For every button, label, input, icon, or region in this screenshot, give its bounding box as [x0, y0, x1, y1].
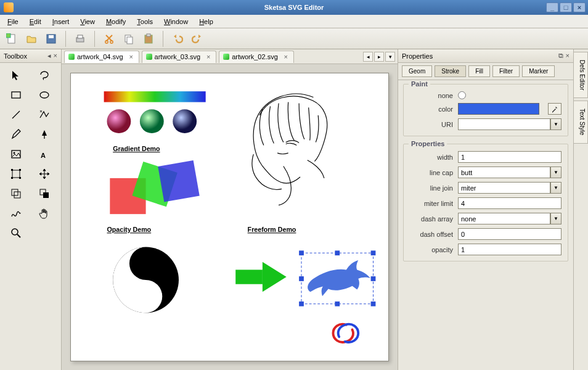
- open-file-button[interactable]: [23, 31, 39, 47]
- tool-arrow-cursor[interactable]: [4, 67, 28, 84]
- toolbox-close-icon[interactable]: ×: [54, 52, 57, 60]
- toolbox-pin-icon[interactable]: ◂: [47, 52, 51, 60]
- paste-button[interactable]: [141, 31, 157, 47]
- tab-label: artwork_03.svg: [155, 53, 201, 60]
- properties-panel: Properties ⧉× Geom Stroke Fill Filter Ma…: [398, 49, 573, 370]
- freeform-demo-label: Freeform Demo: [248, 226, 296, 233]
- paint-color-swatch[interactable]: [458, 103, 539, 115]
- svg-point-38: [141, 258, 151, 268]
- menu-file[interactable]: File: [2, 17, 23, 27]
- paint-uri-dropdown[interactable]: ▼: [550, 118, 561, 130]
- tool-path-combine[interactable]: [32, 185, 57, 202]
- tab-nav-next[interactable]: ▸: [374, 52, 384, 62]
- tool-text[interactable]: A: [32, 146, 57, 163]
- tab-label: artwork_04.svg: [77, 53, 123, 60]
- tool-path-edit[interactable]: [4, 185, 28, 202]
- tool-polyline[interactable]: [32, 106, 57, 123]
- prop-tab-fill[interactable]: Fill: [468, 65, 490, 77]
- tool-freehand[interactable]: [4, 205, 28, 222]
- tab-artwork-02[interactable]: artwork_02.svg×: [219, 51, 294, 63]
- window-title: Sketsa SVG Editor: [264, 4, 324, 11]
- tool-zoom[interactable]: [4, 224, 28, 242]
- tool-hand[interactable]: [32, 205, 57, 222]
- sidetab-defs-editor[interactable]: Defs Editor: [574, 52, 588, 98]
- menubar: File Edit Insert View Modify Tools Windo…: [0, 15, 588, 28]
- tab-label: artwork_02.svg: [232, 53, 278, 60]
- tool-pen[interactable]: [4, 126, 28, 143]
- prop-tab-marker[interactable]: Marker: [522, 65, 555, 77]
- tab-artwork-04[interactable]: artwork_04.svg×: [64, 51, 139, 63]
- svg-line-14: [12, 111, 20, 118]
- tab-close-icon[interactable]: ×: [205, 53, 212, 60]
- paint-color-label: color: [410, 105, 453, 113]
- svg-point-33: [173, 109, 197, 133]
- paint-group-title: Paint: [409, 80, 430, 88]
- menu-edit[interactable]: Edit: [25, 17, 46, 27]
- dasharray-input[interactable]: [458, 213, 550, 224]
- prop-tab-geom[interactable]: Geom: [402, 65, 432, 77]
- maximize-button[interactable]: □: [560, 2, 572, 12]
- tab-close-icon[interactable]: ×: [282, 53, 290, 60]
- menu-window[interactable]: Window: [159, 17, 193, 27]
- dasharray-dropdown[interactable]: ▼: [550, 213, 561, 224]
- prop-tab-stroke[interactable]: Stroke: [435, 65, 466, 77]
- new-file-button[interactable]: [4, 31, 20, 47]
- canvas[interactable]: Gradient Demo Opacity Demo: [70, 73, 389, 361]
- minimize-button[interactable]: _: [546, 2, 558, 12]
- redo-button[interactable]: [189, 31, 205, 47]
- width-input[interactable]: [458, 151, 561, 163]
- svg-point-28: [12, 229, 18, 235]
- undo-button[interactable]: [169, 31, 186, 47]
- tool-move[interactable]: [32, 165, 57, 183]
- side-tabs: Defs Editor Text Style: [573, 49, 588, 370]
- app-icon: [4, 2, 14, 12]
- menu-modify[interactable]: Modify: [101, 17, 131, 27]
- cut-button[interactable]: [101, 31, 117, 47]
- linecap-dropdown[interactable]: ▼: [550, 166, 561, 178]
- menu-help[interactable]: Help: [194, 17, 218, 27]
- paint-uri-input[interactable]: [458, 118, 550, 130]
- linejoin-input[interactable]: [458, 182, 550, 194]
- print-button[interactable]: [72, 31, 88, 47]
- menu-insert[interactable]: Insert: [47, 17, 75, 27]
- tab-nav-prev[interactable]: ◂: [363, 52, 373, 62]
- linejoin-dropdown[interactable]: ▼: [550, 182, 561, 194]
- dashoffset-input[interactable]: [458, 228, 561, 240]
- tool-bezier-pen[interactable]: [32, 126, 57, 143]
- tab-close-icon[interactable]: ×: [128, 53, 135, 60]
- tool-line[interactable]: [4, 106, 28, 123]
- tool-transform[interactable]: [4, 165, 28, 183]
- svg-rect-36: [158, 160, 199, 202]
- prop-tab-filter[interactable]: Filter: [492, 65, 520, 77]
- paint-none-radio[interactable]: [458, 91, 466, 99]
- close-button[interactable]: ×: [573, 2, 586, 12]
- menu-tools[interactable]: Tools: [132, 17, 158, 27]
- properties-pin-icon[interactable]: ⧉: [558, 52, 563, 60]
- document-tabs: artwork_04.svg× artwork_03.svg× artwork_…: [62, 49, 398, 64]
- eyedropper-button[interactable]: [548, 103, 561, 115]
- tool-image[interactable]: [4, 146, 28, 163]
- opacity-input[interactable]: [458, 244, 561, 255]
- svg-line-29: [17, 234, 20, 237]
- tool-rectangle[interactable]: [4, 86, 28, 104]
- tool-lasso[interactable]: [32, 67, 57, 84]
- tab-nav-menu[interactable]: ▾: [385, 52, 395, 62]
- svg-rect-20: [11, 169, 13, 171]
- linecap-input[interactable]: [458, 166, 550, 178]
- file-icon: [223, 54, 229, 60]
- sidetab-text-style[interactable]: Text Style: [574, 101, 588, 143]
- linejoin-label: line join: [410, 184, 453, 192]
- miterlimit-label: miter limit: [410, 200, 453, 207]
- tool-ellipse[interactable]: [32, 86, 57, 104]
- miterlimit-input[interactable]: [458, 197, 561, 209]
- tab-artwork-03[interactable]: artwork_03.svg×: [142, 51, 217, 63]
- copy-button[interactable]: [121, 31, 137, 47]
- svg-rect-45: [299, 276, 304, 281]
- menu-view[interactable]: View: [75, 17, 100, 27]
- svg-rect-11: [147, 34, 150, 36]
- save-button[interactable]: [43, 31, 59, 47]
- editor-area: artwork_04.svg× artwork_03.svg× artwork_…: [62, 49, 398, 370]
- properties-close-icon[interactable]: ×: [566, 52, 570, 60]
- svg-rect-22: [11, 177, 13, 179]
- svg-point-6: [105, 40, 108, 43]
